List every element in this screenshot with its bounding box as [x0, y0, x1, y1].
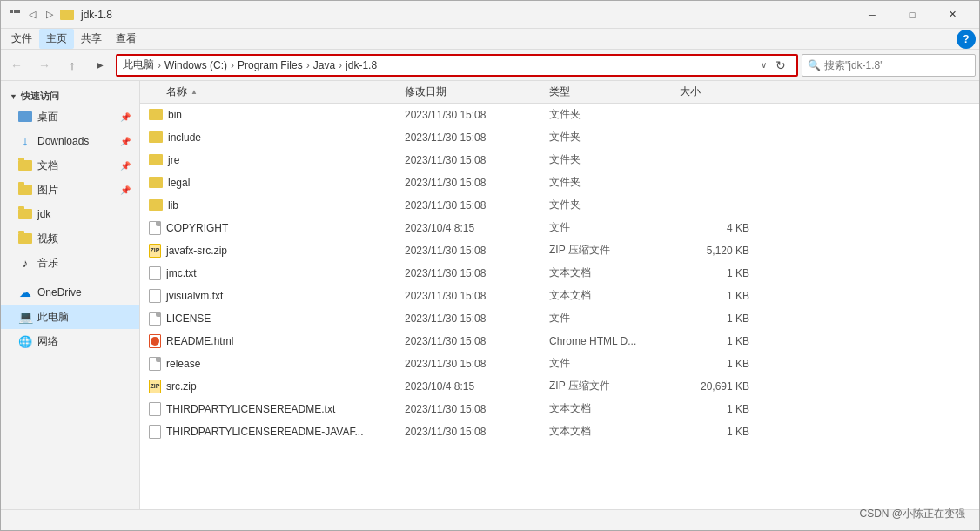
column-size-header[interactable]: 大小 [680, 84, 767, 99]
search-bar[interactable]: 🔍 [802, 54, 976, 77]
cell-type: 文件夹 [549, 152, 680, 167]
sidebar-item-network[interactable]: 🌐 网络 [1, 329, 139, 353]
address-chevron-icon[interactable]: ∨ [761, 60, 767, 70]
path-c-drive[interactable]: Windows (C:) [164, 59, 227, 71]
search-input[interactable] [824, 59, 970, 71]
column-type-header[interactable]: 类型 [549, 84, 680, 99]
path-dropdown-button[interactable]: ▶ [88, 53, 112, 77]
address-bar[interactable]: 此电脑 › Windows (C:) › Program Files › Jav… [116, 54, 798, 77]
cell-date: 2023/11/30 15:08 [401, 245, 549, 257]
table-row[interactable]: legal 2023/11/30 15:08 文件夹 [140, 171, 979, 194]
cell-type: 文件夹 [549, 107, 680, 122]
table-row[interactable]: ZIP javafx-src.zip 2023/11/30 15:08 ZIP … [140, 239, 979, 262]
zip-icon: ZIP [149, 380, 161, 393]
network-icon: 🌐 [18, 334, 32, 348]
sidebar-item-downloads[interactable]: ↓ Downloads 📌 [1, 129, 139, 153]
sidebar-item-desktop[interactable]: 桌面 📌 [1, 104, 139, 129]
column-date-header[interactable]: 修改日期 [401, 84, 549, 99]
file-name: javafx-src.zip [166, 245, 227, 257]
cell-size: 20,691 KB [680, 380, 767, 393]
sidebar-item-thispc[interactable]: 💻 此电脑 [1, 305, 139, 329]
main-area: ▼ 快速访问 桌面 📌 ↓ Downloads 📌 [1, 81, 979, 509]
sidebar-item-videos[interactable]: 视频 [1, 226, 139, 251]
table-row[interactable]: jmc.txt 2023/11/30 15:08 文本文档 1 KB [140, 262, 979, 285]
sidebar-item-jdk[interactable]: jdk [1, 202, 139, 226]
folder-icon [149, 199, 163, 211]
cell-type: 文件 [549, 311, 680, 326]
title-forward-icon[interactable]: ▷ [43, 8, 57, 22]
cell-date: 2023/11/30 15:08 [401, 290, 549, 302]
table-row[interactable]: bin 2023/11/30 15:08 文件夹 [140, 104, 979, 126]
menu-share[interactable]: 共享 [74, 29, 109, 49]
path-program-files[interactable]: Program Files [238, 59, 303, 71]
sidebar-item-documents[interactable]: 文档 📌 [1, 153, 139, 178]
path-jdk[interactable]: jdk-1.8 [346, 59, 377, 71]
sidebar-label-documents: 文档 [37, 158, 58, 173]
content-area: 名称 ▲ 修改日期 类型 大小 bin 2023/11/30 15:08 [140, 81, 979, 509]
help-button[interactable]: ? [957, 30, 976, 49]
zip-icon: ZIP [149, 244, 161, 258]
cell-name: COPYRIGHT [140, 221, 401, 235]
cell-date: 2023/11/30 15:08 [401, 426, 549, 438]
up-button[interactable]: ↑ [60, 53, 84, 77]
pin-icon-desktop: 📌 [120, 112, 131, 122]
table-row[interactable]: THIRDPARTYLICENSEREADME-JAVAF... 2023/11… [140, 420, 979, 443]
table-row[interactable]: COPYRIGHT 2023/10/4 8:15 文件 4 KB [140, 217, 979, 239]
back-button[interactable]: ← [4, 53, 29, 77]
refresh-icon[interactable]: ↻ [770, 55, 791, 76]
cell-name: release [140, 357, 401, 371]
table-row[interactable]: jvisualvm.txt 2023/11/30 15:08 文本文档 1 KB [140, 285, 979, 307]
table-row[interactable]: jre 2023/11/30 15:08 文件夹 [140, 149, 979, 171]
title-quick-access-icon[interactable] [8, 8, 22, 22]
folder-icon [149, 177, 163, 188]
cell-name: README.html [140, 334, 401, 348]
close-button[interactable]: ✕ [932, 1, 972, 29]
pictures-icon [18, 183, 32, 197]
file-name: COPYRIGHT [166, 222, 228, 234]
sidebar-item-onedrive[interactable]: ☁ OneDrive [1, 280, 139, 305]
menu-view[interactable]: 查看 [109, 29, 144, 49]
title-back-icon[interactable]: ◁ [25, 8, 39, 22]
cell-type: 文件 [549, 220, 680, 235]
table-row[interactable]: LICENSE 2023/11/30 15:08 文件 1 KB [140, 307, 979, 330]
table-row[interactable]: lib 2023/11/30 15:08 文件夹 [140, 194, 979, 217]
file-name: THIRDPARTYLICENSEREADME.txt [166, 403, 335, 415]
downloads-icon: ↓ [18, 134, 32, 148]
cell-date: 2023/10/4 8:15 [401, 380, 549, 393]
file-name: LICENSE [166, 313, 211, 325]
path-java[interactable]: Java [313, 59, 335, 71]
cell-date: 2023/11/30 15:08 [401, 403, 549, 415]
file-name: THIRDPARTYLICENSEREADME-JAVAF... [166, 426, 363, 438]
minimize-button[interactable]: ─ [852, 1, 892, 29]
file-name: bin [168, 109, 182, 121]
file-name: README.html [166, 335, 233, 347]
sidebar-item-pictures[interactable]: 图片 📌 [1, 178, 139, 202]
file-name: release [166, 358, 200, 370]
sidebar-label-videos: 视频 [37, 232, 58, 246]
cell-name: THIRDPARTYLICENSEREADME.txt [140, 402, 401, 416]
sidebar-quick-access-label[interactable]: ▼ 快速访问 [1, 84, 139, 104]
table-row[interactable]: README.html 2023/11/30 15:08 Chrome HTML… [140, 330, 979, 353]
table-row[interactable]: THIRDPARTYLICENSEREADME.txt 2023/11/30 1… [140, 398, 979, 420]
table-row[interactable]: include 2023/11/30 15:08 文件夹 [140, 126, 979, 149]
table-row[interactable]: release 2023/11/30 15:08 文件 1 KB [140, 353, 979, 375]
file-name: lib [168, 199, 178, 212]
menu-file[interactable]: 文件 [4, 29, 39, 49]
search-icon: 🔍 [808, 59, 821, 71]
forward-button[interactable]: → [32, 53, 57, 77]
maximize-button[interactable]: □ [892, 1, 932, 29]
cell-size: 1 KB [680, 426, 767, 438]
cell-size: 1 KB [680, 267, 767, 279]
cell-type: 文件夹 [549, 175, 680, 190]
cell-name: lib [140, 199, 401, 212]
table-row[interactable]: ZIP src.zip 2023/10/4 8:15 ZIP 压缩文件 20,6… [140, 375, 979, 398]
column-name-header[interactable]: 名称 ▲ [140, 84, 401, 99]
file-icon [149, 221, 161, 235]
menu-home[interactable]: 主页 [39, 29, 74, 49]
cell-date: 2023/11/30 15:08 [401, 313, 549, 325]
path-thispc[interactable]: 此电脑 [123, 57, 154, 72]
sidebar-item-music[interactable]: ♪ 音乐 [1, 251, 139, 275]
quick-access-label: 快速访问 [21, 90, 59, 103]
file-name: include [168, 131, 201, 144]
sidebar-label-desktop: 桌面 [37, 110, 58, 124]
